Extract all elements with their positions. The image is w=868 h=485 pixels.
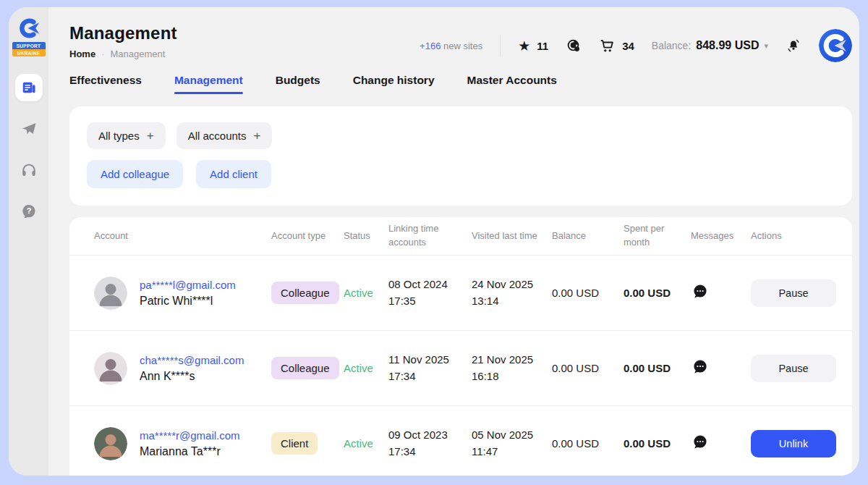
main-area: Management Home · Management +166 new si…: [48, 7, 859, 476]
balance-cell: 0.00 USD: [552, 287, 624, 299]
sidebar-item-telegram[interactable]: [15, 115, 43, 143]
table-row: ma*****r@gmail.com Marianna Ta***r Clien…: [69, 405, 852, 476]
account-cell: pa*****l@gmail.com Patric Whi****l: [94, 277, 271, 310]
table-row: cha*****s@gmail.com Ann K****s Colleague…: [69, 330, 852, 405]
sidebar-nav: ?: [15, 74, 43, 225]
pause-button[interactable]: Pause: [751, 355, 836, 382]
cart-stat[interactable]: 34: [599, 38, 634, 54]
linking-time: 17:34: [388, 444, 472, 460]
visited-time: 16:18: [472, 368, 552, 385]
tab-effectiveness[interactable]: Effectiveness: [69, 74, 142, 94]
plus-icon: +: [147, 130, 154, 142]
col-actions: Actions: [751, 229, 846, 243]
message-button[interactable]: [691, 358, 710, 376]
star-icon: ★: [518, 39, 530, 53]
accounts-table-card: Account Account type Status Linking time…: [69, 217, 852, 476]
sidebar-item-help[interactable]: ?: [15, 198, 43, 225]
cart-count: 34: [622, 40, 634, 52]
bell-icon: [786, 38, 801, 54]
add-client-button[interactable]: Add client: [196, 160, 271, 188]
linking-time-cell: 08 Oct 2024 17:35: [388, 277, 472, 309]
filter-action-row: Add colleague Add client: [87, 160, 835, 188]
chevron-down-icon: ▾: [764, 41, 768, 51]
tab-management[interactable]: Management: [174, 74, 243, 94]
feedback-button[interactable]: [566, 38, 582, 54]
visited-time: 11:47: [472, 444, 552, 460]
newspaper-icon: [21, 80, 37, 96]
linking-time: 17:34: [388, 368, 472, 385]
notifications-button[interactable]: [786, 38, 801, 54]
status-label: Active: [344, 437, 388, 450]
chat-bubble-icon: [691, 282, 710, 301]
account-texts: cha*****s@gmail.com Ann K****s: [140, 354, 244, 383]
breadcrumb-separator: ·: [101, 48, 104, 59]
linking-time-cell: 09 Oct 2023 17:34: [388, 427, 472, 460]
col-spent: Spent per month: [624, 222, 691, 250]
col-linking-time: Linking time accounts: [388, 222, 472, 250]
sidebar-item-support[interactable]: [15, 156, 43, 184]
linking-date: 08 Oct 2024: [388, 277, 472, 293]
tab-budgets[interactable]: Budgets: [276, 74, 320, 94]
paper-plane-icon: [20, 120, 38, 138]
filters-card: All types + All accounts + Add colleague…: [69, 106, 852, 206]
col-visited: Visited last time: [472, 229, 552, 243]
filter-all-types[interactable]: All types +: [87, 122, 166, 149]
message-button[interactable]: [691, 433, 710, 452]
col-balance: Balance: [552, 229, 624, 243]
svg-text:?: ?: [26, 206, 31, 215]
linking-time: 17:35: [388, 293, 472, 310]
balance-label: Balance:: [652, 40, 691, 51]
add-colleague-button[interactable]: Add colleague: [87, 160, 183, 188]
spent-cell: 0.00 USD: [624, 437, 691, 450]
title-block: Management Home · Management: [69, 23, 177, 59]
favorites-stat[interactable]: ★ 11: [518, 39, 548, 53]
pause-button[interactable]: Pause: [751, 279, 836, 307]
headphones-icon: [20, 161, 38, 179]
account-email-link[interactable]: cha*****s@gmail.com: [140, 354, 244, 366]
topbar-right: +166 new sites ★ 11: [420, 23, 852, 62]
unlink-button[interactable]: Unlink: [751, 430, 836, 457]
visited-date: 24 Nov 2025: [472, 277, 552, 293]
filter-all-types-label: All types: [98, 130, 140, 142]
chat-bubble-icon: [691, 433, 710, 452]
account-name: Ann K****s: [140, 370, 244, 383]
account-type-badge: Colleague: [271, 357, 339, 379]
balance-value: 848.99 USD: [696, 39, 759, 52]
avatar: [94, 427, 127, 460]
account-avatar-logo[interactable]: [819, 29, 852, 62]
col-account-type: Account type: [271, 229, 344, 243]
balance-dropdown[interactable]: Balance: 848.99 USD ▾: [652, 39, 768, 52]
account-type-badge: Colleague: [271, 282, 339, 304]
favorites-count: 11: [537, 40, 548, 52]
balance-cell: 0.00 USD: [552, 362, 624, 374]
filter-chip-row: All types + All accounts +: [87, 122, 835, 149]
new-sites-count: +166: [420, 41, 441, 51]
page-title: Management: [69, 23, 177, 43]
cart-icon: [599, 38, 616, 54]
plus-icon: +: [254, 130, 261, 142]
new-sites-link[interactable]: +166 new sites: [420, 41, 482, 51]
breadcrumb-home-link[interactable]: Home: [69, 48, 95, 59]
account-email-link[interactable]: pa*****l@gmail.com: [140, 279, 236, 291]
table-row: pa*****l@gmail.com Patric Whi****l Colle…: [69, 255, 852, 330]
tab-change-history[interactable]: Change history: [353, 74, 435, 94]
filter-all-accounts[interactable]: All accounts +: [176, 122, 273, 149]
app-window: SUPPORT UKRAINE: [9, 7, 859, 476]
account-email-link[interactable]: ma*****r@gmail.com: [140, 429, 240, 442]
account-name: Marianna Ta***r: [140, 445, 240, 458]
new-sites-label: new sites: [443, 41, 482, 51]
col-status: Status: [344, 229, 388, 243]
visited-time-cell: 24 Nov 2025 13:14: [472, 277, 552, 309]
col-account: Account: [94, 229, 271, 243]
chat-bubble-icon: [691, 358, 710, 376]
col-messages: Messages: [691, 229, 751, 243]
message-button[interactable]: [691, 282, 710, 301]
app-logo[interactable]: SUPPORT UKRAINE: [12, 16, 46, 56]
status-label: Active: [344, 287, 388, 299]
tab-master-accounts[interactable]: Master Accounts: [467, 74, 557, 94]
avatar: [94, 277, 127, 310]
account-texts: ma*****r@gmail.com Marianna Ta***r: [140, 429, 240, 458]
spent-cell: 0.00 USD: [624, 362, 691, 374]
table-header-row: Account Account type Status Linking time…: [69, 217, 852, 255]
sidebar-item-news[interactable]: [15, 74, 43, 101]
